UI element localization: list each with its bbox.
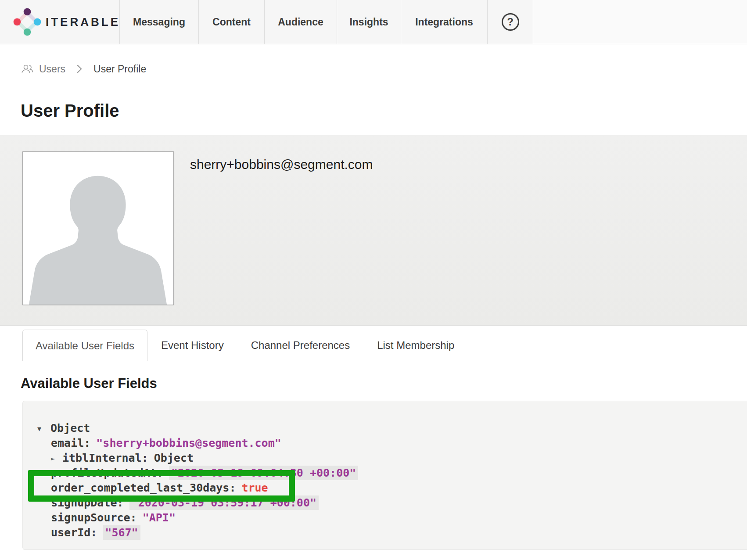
nav-item-integrations[interactable]: Integrations xyxy=(401,0,488,44)
breadcrumb-users-link[interactable]: Users xyxy=(21,63,65,75)
field-value: "2020-03-19 03:59:17 +00:00" xyxy=(129,495,319,510)
nav-help-cell: ? xyxy=(488,0,533,44)
nav-item-audience[interactable]: Audience xyxy=(265,0,337,44)
tree-row-userid: userId:"567" xyxy=(37,525,747,540)
tree-root-row: ▼Object xyxy=(37,421,747,436)
iterable-logo-icon xyxy=(13,8,41,36)
avatar xyxy=(22,151,174,305)
tree-row-signupdate: signupDate:"2020-03-19 03:59:17 +00:00" xyxy=(37,495,747,510)
user-email: sherry+bobbins@segment.com xyxy=(190,157,373,172)
field-key: userId: xyxy=(51,526,97,539)
tab-event-history[interactable]: Event History xyxy=(147,330,237,361)
iterable-logo[interactable]: ITERABLE xyxy=(0,0,120,44)
field-value: "API" xyxy=(143,511,176,524)
nav-item-content[interactable]: Content xyxy=(199,0,265,44)
nav-item-insights[interactable]: Insights xyxy=(337,0,401,44)
nav-item-messaging[interactable]: Messaging xyxy=(120,0,199,44)
field-value: "2020-03-19 09:04:30 +00:00" xyxy=(169,466,358,480)
user-fields-panel: ▼Object email:"sherry+bobbins@segment.co… xyxy=(22,401,747,550)
tree-root-label: Object xyxy=(50,422,90,434)
field-key: profileUpdatedAt: xyxy=(51,467,163,479)
field-key: signupSource: xyxy=(51,511,137,524)
tree-row-itblinternal: ►itblInternal:Object xyxy=(37,451,747,466)
expanded-triangle-icon[interactable]: ▼ xyxy=(37,421,50,436)
field-value: true xyxy=(241,481,268,494)
profile-tabs: Available User Fields Event History Chan… xyxy=(0,330,747,361)
help-icon[interactable]: ? xyxy=(502,13,519,31)
breadcrumb-current-label: User Profile xyxy=(93,63,146,75)
section-heading: Available User Fields xyxy=(21,376,747,391)
top-nav: ITERABLE Messaging Content Audience Insi… xyxy=(0,0,747,44)
tab-available-user-fields[interactable]: Available User Fields xyxy=(22,330,147,361)
field-key: order_completed_last_30days: xyxy=(51,481,236,494)
tab-list-membership[interactable]: List Membership xyxy=(363,330,468,361)
tree-row-order-completed: order_completed_last_30days:true xyxy=(37,481,747,495)
collapsed-triangle-icon[interactable]: ► xyxy=(51,451,62,466)
field-value: Object xyxy=(154,452,194,464)
users-icon xyxy=(21,64,35,74)
profile-summary-band: sherry+bobbins@segment.com xyxy=(0,135,747,326)
tree-row-email: email:"sherry+bobbins@segment.com" xyxy=(37,436,747,451)
chevron-right-icon xyxy=(77,65,82,73)
breadcrumb: Users User Profile xyxy=(21,62,747,75)
tree-row-profileupdatedat: profileUpdatedAt:"2020-03-19 09:04:30 +0… xyxy=(37,466,747,481)
field-value: "567" xyxy=(103,525,140,540)
nav-spacer xyxy=(533,0,747,44)
field-key: itblInternal: xyxy=(62,452,148,464)
avatar-placeholder-silhouette xyxy=(23,152,173,305)
field-key: email: xyxy=(51,437,90,449)
tree-row-signupsource: signupSource:"API" xyxy=(37,510,747,525)
field-value: "sherry+bobbins@segment.com" xyxy=(96,437,281,449)
breadcrumb-parent-label: Users xyxy=(39,63,65,75)
tab-channel-preferences[interactable]: Channel Preferences xyxy=(237,330,363,361)
page-title: User Profile xyxy=(21,100,747,121)
field-key: signupDate: xyxy=(51,496,124,509)
brand-name: ITERABLE xyxy=(46,15,120,29)
